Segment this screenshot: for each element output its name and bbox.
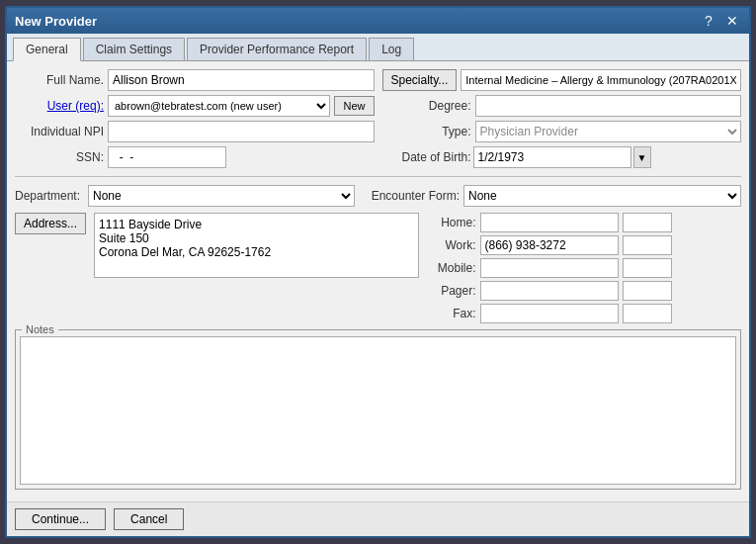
user-select[interactable]: abrown@tebratest.com (new user) — [108, 95, 330, 117]
department-select[interactable]: None — [88, 185, 355, 207]
form-content: Full Name. User (req): abrown@tebratest.… — [7, 61, 749, 501]
type-select[interactable]: Physician Provider — [475, 121, 742, 142]
tab-claim-settings[interactable]: Claim Settings — [83, 38, 185, 60]
mobile-input[interactable] — [480, 258, 619, 278]
pager-input[interactable] — [480, 281, 619, 301]
address-button[interactable]: Address... — [15, 213, 86, 234]
home-label: Home: — [427, 216, 476, 229]
new-user-button[interactable]: New — [334, 96, 374, 116]
dialog: New Provider ? ✕ General Claim Settings … — [5, 6, 751, 538]
tab-general[interactable]: General — [13, 38, 81, 61]
degree-input[interactable] — [475, 95, 742, 117]
top-form-section: Full Name. User (req): abrown@tebratest.… — [15, 69, 741, 168]
fullname-input[interactable] — [108, 69, 375, 91]
ssn-input[interactable] — [108, 146, 226, 168]
fullname-label: Full Name. — [15, 73, 104, 87]
user-label[interactable]: User (req): — [15, 99, 104, 113]
notes-legend: Notes — [22, 323, 58, 335]
encounter-label: Encounter Form: — [371, 189, 460, 203]
work-input[interactable] — [480, 235, 619, 255]
fullname-row: Full Name. — [15, 69, 375, 91]
specialty-input[interactable] — [461, 69, 741, 91]
fax-row: Fax: — [427, 304, 741, 323]
separator-1 — [15, 176, 741, 177]
dob-label: Date of Birth: — [382, 150, 471, 164]
type-row: Type: Physician Provider — [382, 121, 742, 142]
dob-row: Date of Birth: ▼ — [382, 146, 742, 168]
work-ext-input[interactable] — [623, 235, 672, 255]
degree-label: Degree: — [382, 99, 471, 113]
home-input[interactable] — [480, 213, 619, 232]
tab-provider-performance[interactable]: Provider Performance Report — [187, 38, 367, 60]
phone-section: Home: Work: Mobile: Pager: — [427, 213, 741, 323]
pager-label: Pager: — [427, 284, 476, 298]
encounter-form-select[interactable]: None — [463, 185, 741, 207]
degree-row: Degree: — [382, 95, 742, 117]
dob-input[interactable] — [473, 146, 631, 168]
dob-calendar-button[interactable]: ▼ — [633, 146, 651, 168]
address-textarea[interactable]: 1111 Bayside Drive Suite 150 Corona Del … — [94, 213, 418, 278]
fax-label: Fax: — [427, 307, 476, 320]
specialty-row: Specialty... — [382, 69, 742, 91]
notes-group: Notes — [15, 329, 741, 490]
dialog-footer: Continue... Cancel — [7, 501, 749, 536]
dialog-title: New Provider — [15, 14, 97, 29]
mobile-ext-input[interactable] — [623, 258, 672, 278]
dept-label: Department: — [15, 189, 84, 203]
help-button[interactable]: ? — [700, 12, 717, 30]
notes-textarea[interactable] — [20, 336, 736, 485]
tab-log[interactable]: Log — [369, 38, 414, 60]
dept-encounter-row: Department: None Encounter Form: None — [15, 185, 741, 207]
fax-ext-input[interactable] — [623, 304, 672, 323]
specialty-button[interactable]: Specialty... — [382, 69, 458, 91]
address-phone-section: Address... 1111 Bayside Drive Suite 150 … — [15, 213, 741, 323]
ssn-row: SSN: — [15, 146, 375, 168]
type-label: Type: — [382, 125, 471, 138]
pager-ext-input[interactable] — [623, 281, 672, 301]
continue-button[interactable]: Continue... — [15, 508, 106, 530]
user-row: User (req): abrown@tebratest.com (new us… — [15, 95, 375, 117]
work-phone-row: Work: — [427, 235, 741, 255]
close-button[interactable]: ✕ — [723, 12, 741, 30]
tabs-bar: General Claim Settings Provider Performa… — [7, 34, 749, 61]
mobile-label: Mobile: — [427, 261, 476, 275]
cancel-button[interactable]: Cancel — [114, 508, 184, 530]
ssn-label: SSN: — [15, 150, 104, 164]
title-bar-controls: ? ✕ — [700, 12, 741, 30]
npi-input[interactable] — [108, 121, 375, 142]
npi-label: Individual NPI — [15, 125, 104, 138]
work-label: Work: — [427, 238, 476, 252]
title-bar: New Provider ? ✕ — [7, 8, 749, 34]
home-phone-row: Home: — [427, 213, 741, 232]
form-left: Full Name. User (req): abrown@tebratest.… — [15, 69, 375, 168]
fax-input[interactable] — [480, 304, 619, 323]
pager-phone-row: Pager: — [427, 281, 741, 301]
home-ext-input[interactable] — [623, 213, 672, 232]
form-right: Specialty... Degree: Type: Physician Pro… — [382, 69, 742, 168]
mobile-phone-row: Mobile: — [427, 258, 741, 278]
npi-row: Individual NPI — [15, 121, 375, 142]
